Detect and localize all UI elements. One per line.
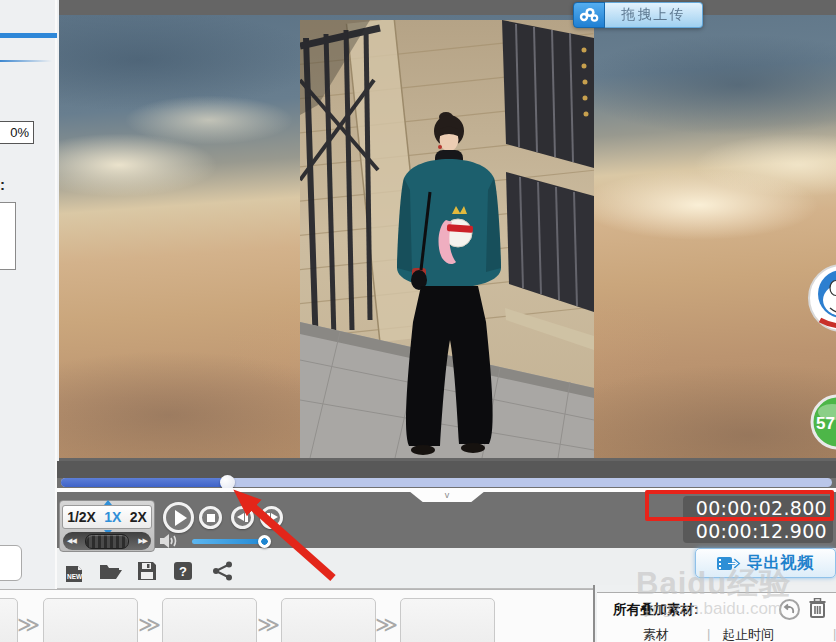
speed-marker-top bbox=[104, 500, 112, 505]
video-preview-area bbox=[59, 0, 836, 461]
share-button[interactable] bbox=[212, 561, 234, 585]
jog-shuttle: ◀◀ ▶▶ bbox=[63, 532, 151, 550]
collapse-panel-handle[interactable]: v bbox=[409, 491, 485, 502]
delete-material-button[interactable] bbox=[809, 598, 826, 622]
thumbnail-separator-icon: ≫ bbox=[138, 612, 161, 638]
percent-input[interactable]: 0% bbox=[0, 121, 34, 144]
status-badge[interactable]: 57 bbox=[806, 392, 836, 458]
speaker-icon[interactable] bbox=[159, 533, 181, 549]
fast-forward-icon[interactable]: ▶▶ bbox=[138, 537, 147, 545]
volume-row bbox=[159, 533, 339, 549]
svg-text:57: 57 bbox=[816, 414, 835, 433]
stop-button[interactable] bbox=[199, 506, 222, 529]
chevron-down-icon: v bbox=[445, 490, 450, 500]
step-back-bar bbox=[245, 513, 248, 522]
new-project-button[interactable]: NEW bbox=[64, 561, 86, 587]
materials-panel-title: 所有叠加素材: bbox=[613, 601, 699, 619]
thumbnail-separator-icon: ≫ bbox=[257, 612, 280, 638]
drag-upload-label: 拖拽上传 bbox=[605, 2, 703, 28]
thumbnail-item[interactable] bbox=[43, 598, 138, 642]
play-icon bbox=[175, 510, 187, 526]
speed-1x-button[interactable]: 1X bbox=[104, 509, 121, 525]
thumbnail-separator-icon: ≫ bbox=[17, 612, 40, 638]
stop-icon bbox=[207, 514, 215, 522]
step-back-icon bbox=[237, 513, 244, 521]
tool-box[interactable] bbox=[0, 545, 22, 581]
open-folder-button[interactable] bbox=[99, 561, 123, 585]
overlay-materials-panel: 所有叠加素材: 素材 | 起止时间 | bbox=[593, 585, 836, 642]
overlay-materials-inner: 所有叠加素材: 素材 | 起止时间 | bbox=[597, 592, 836, 642]
left-sidebar-panel: 0% : bbox=[0, 0, 57, 589]
shuttle-knob[interactable] bbox=[85, 534, 129, 549]
thumbnail-item[interactable] bbox=[281, 598, 376, 642]
time-display: 00:00:02.800 00:00:12.900 bbox=[683, 496, 833, 543]
step-back-button[interactable] bbox=[231, 506, 254, 529]
column-material: 素材 bbox=[643, 626, 669, 642]
svg-text:NEW: NEW bbox=[67, 573, 83, 580]
speed-half-button[interactable]: 1/2X bbox=[67, 509, 96, 525]
play-button[interactable] bbox=[163, 502, 194, 533]
playback-speed-panel: 1/2X 1X 2X ◀◀ ▶▶ bbox=[59, 500, 155, 552]
volume-thumb[interactable] bbox=[258, 535, 271, 548]
save-button[interactable] bbox=[137, 561, 157, 585]
active-tab-indicator bbox=[0, 33, 57, 38]
export-video-icon bbox=[717, 555, 741, 572]
help-button[interactable]: ? bbox=[173, 561, 193, 585]
thumbnail-separator-icon: ≫ bbox=[375, 612, 398, 638]
svg-text:?: ? bbox=[179, 564, 187, 579]
undo-button[interactable] bbox=[779, 599, 800, 620]
player-control-panel: v 1/2X 1X 2X ◀◀ ▶▶ bbox=[57, 461, 836, 548]
effects-thumbnail-strip: ≫ ≫ ≫ ≫ bbox=[0, 589, 594, 642]
divider-gradient bbox=[0, 60, 52, 62]
field-label-colon: : bbox=[0, 176, 5, 193]
app-window: 0% : 拖拽上传 v 1/2X 1X 2X bbox=[0, 0, 836, 642]
timeline-progress bbox=[61, 478, 227, 487]
speed-2x-button[interactable]: 2X bbox=[130, 509, 147, 525]
timeline-slider[interactable] bbox=[61, 478, 832, 487]
rewind-icon[interactable]: ◀◀ bbox=[67, 537, 76, 545]
step-forward-icon bbox=[271, 513, 278, 521]
speed-options: 1/2X 1X 2X bbox=[62, 505, 152, 529]
drag-upload-button[interactable]: 拖拽上传 bbox=[573, 2, 703, 28]
step-forward-button[interactable] bbox=[260, 506, 283, 529]
step-forward-bar bbox=[267, 513, 270, 522]
export-video-label: 导出视频 bbox=[747, 553, 815, 574]
export-video-button[interactable]: 导出视频 bbox=[695, 548, 836, 578]
column-time-range: 起止时间 bbox=[722, 626, 774, 642]
video-letterbox-bar bbox=[59, 0, 836, 15]
current-time: 00:00:02.800 bbox=[683, 497, 827, 520]
volume-slider[interactable] bbox=[192, 539, 270, 544]
thumbnail-item[interactable] bbox=[400, 598, 495, 642]
thumbnail-item[interactable] bbox=[162, 598, 257, 642]
baidu-cloud-icon bbox=[573, 2, 605, 28]
thumbnail-item[interactable] bbox=[0, 598, 18, 642]
column-separator: | bbox=[707, 626, 710, 641]
overlay-photo bbox=[300, 20, 594, 458]
assistant-widget[interactable] bbox=[806, 260, 836, 344]
option-box[interactable] bbox=[0, 202, 16, 270]
panel-top-shade bbox=[57, 461, 836, 478]
total-time: 00:00:12.900 bbox=[683, 520, 827, 543]
